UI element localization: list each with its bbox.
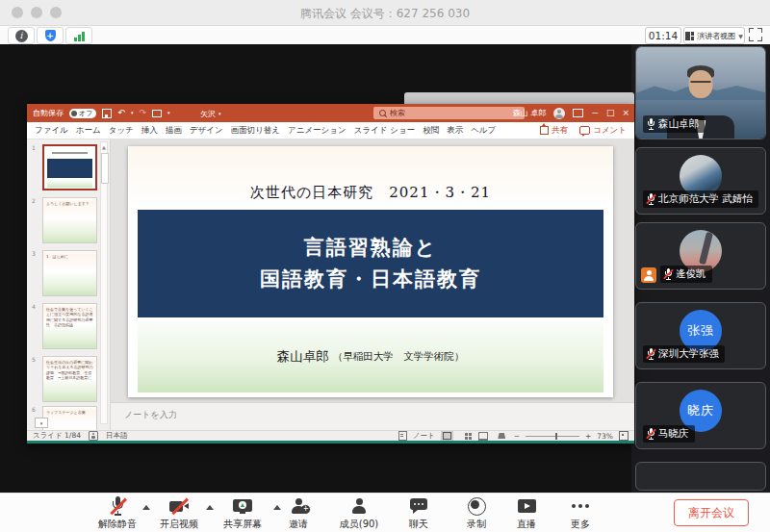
comments-button[interactable]: コメント [579,125,627,137]
leave-meeting-button[interactable]: 离开会议 [674,499,749,526]
tab-view[interactable]: 表示 [447,125,463,137]
slideshow-button[interactable] [496,431,508,441]
more-label: 更多 [550,518,611,531]
more-icon [572,504,576,508]
reading-view-icon [478,432,488,441]
zoom-level[interactable]: 73% [597,432,613,441]
save-icon[interactable] [102,109,112,118]
scroll-up-icon[interactable]: ▲ [102,144,106,150]
slide-sorter-button[interactable] [459,431,472,441]
autosave-label: 自動保存 [33,108,64,118]
video-tile[interactable]: 北京师范大学 武婧怡 [635,147,766,215]
accessibility-icon[interactable] [89,431,98,441]
reading-view-button[interactable] [477,431,490,441]
scrollbar-thumb[interactable] [101,153,109,184]
video-tile-partial[interactable] [635,462,766,491]
present-icon[interactable] [152,110,162,117]
tab-review[interactable]: 校閲 [423,125,439,137]
tab-file[interactable]: ファイル [35,125,68,137]
ppt-search-box[interactable]: 検索 [373,107,525,119]
chat-button[interactable]: 聊天 [388,496,449,531]
share-screen-button[interactable]: 共享屏幕 [212,496,273,531]
video-tile-speaker[interactable]: 森山卓郎 [635,46,766,139]
thumbnail-slide-2[interactable]: よろしくお願いします？ [42,197,97,243]
thumbnail-collapse-button[interactable]: ▾ [35,418,48,428]
user-avatar[interactable] [553,108,565,119]
doc-dropdown-icon[interactable]: ▾ [218,112,221,116]
meeting-timer: 01:14 [645,27,681,44]
zoom-slider-thumb[interactable] [555,433,557,440]
fullscreen-button[interactable] [749,28,762,41]
tencent-meeting-window: 腾讯会议 会议号：627 256 030 i + 01:14 演讲者视图 ▼ [0,0,770,532]
meeting-topbar: i + 01:14 演讲者视图 ▼ [0,26,770,45]
language-indicator[interactable]: 日本語 [106,431,128,441]
ppt-titlebar-right: 森山 卓郎 − □ × [513,104,629,122]
tab-animations[interactable]: アニメーション [288,125,346,137]
thumbnail-scrollbar[interactable]: ▲ [100,141,108,424]
maximize-button[interactable]: □ [606,109,615,117]
chat-label: 聊天 [388,518,449,531]
zoom-slider[interactable] [526,436,579,437]
thumbnail-slide-4[interactable]: 社会で言葉を使っていくことに役立つ実用的な言語運用に関する言語研究の必要性 言語… [42,303,97,349]
video-tile[interactable]: 张强 深圳大学张强 [635,302,766,369]
tab-draw[interactable]: 描画 [166,125,182,137]
undo-dropdown-icon[interactable]: ▾ [131,111,134,115]
fit-to-window-icon[interactable] [619,431,629,441]
meeting-security-button[interactable]: + [37,27,64,44]
thumbnail-slide-5[interactable]: 社会生活の次の必要に関わりそれを支える言語研究の課題 →国語科教育、生涯教育 →… [42,356,97,402]
more-commands-icon[interactable]: ▾ [167,111,170,115]
notes-pane[interactable]: ノートを入力 [111,402,634,430]
tab-slideshow[interactable]: スライド ショー [354,125,415,137]
tab-insert[interactable]: 挿入 [141,125,158,137]
unmute-button[interactable]: 解除静音 [87,496,148,531]
tab-home[interactable]: ホーム [76,125,101,137]
thumbnail-slide-1[interactable] [42,144,97,190]
author-affiliation: （早稲田大学 文学学術院） [333,350,465,364]
start-video-button[interactable]: 开启视频 [148,496,210,531]
thumbnail-slide-3[interactable]: 1 はじめに [42,250,97,296]
notes-toggle-icon[interactable] [398,431,407,441]
invite-icon: + [290,498,307,515]
comment-icon [579,126,590,135]
network-status-button[interactable] [65,27,92,44]
author-name: 森山卓郎 [277,348,329,366]
thumbnail-slide-6[interactable]: ライフステージと言葉 [42,406,97,430]
invite-button[interactable]: + 邀请 [268,496,329,531]
tab-transitions[interactable]: 画面切り替え [231,125,280,137]
zoom-in-button[interactable]: + [585,432,591,441]
tab-help[interactable]: ヘルプ [471,125,496,137]
fullscreen-icon [749,28,754,33]
mic-on-icon [647,118,654,130]
mini-slide-title-box [47,159,92,178]
members-button[interactable]: 成员(90) [328,496,390,531]
livestream-button[interactable]: 直播 [496,496,557,531]
notes-toggle-label[interactable]: ノート [413,431,435,441]
slide-number: 1 [32,144,36,151]
ppt-ribbon-tabs: ファイル ホーム タッチ 挿入 描画 デザイン 画面切り替え アニメーション ス… [27,122,634,139]
normal-view-button[interactable] [441,431,453,441]
ppt-user-name: 森山 卓郎 [513,108,547,118]
close-button[interactable]: × [622,109,629,117]
mic-muted-icon [647,348,654,360]
more-button[interactable]: 更多 [550,496,611,531]
video-tile[interactable]: 逄俊凯 [635,222,766,290]
slideshow-icon [498,433,505,439]
minimize-button[interactable]: − [591,109,599,117]
slide-number: 4 [32,303,36,310]
view-mode-selector[interactable]: 演讲者视图 ▼ [683,27,745,44]
video-tile[interactable]: 晓庆 马晓庆 [635,382,766,449]
ribbon-options-icon[interactable] [573,109,583,117]
undo-icon[interactable]: ↶ [117,109,125,117]
window-bottom-accent [27,441,634,443]
participant-label: 森山卓郎 [643,115,705,133]
participant-label: 马晓庆 [643,425,695,443]
autosave-toggle[interactable]: オフ [69,109,96,118]
tab-design[interactable]: デザイン [190,125,223,137]
tab-touch[interactable]: タッチ [109,125,134,137]
current-slide[interactable]: 次世代の日本研究 2021・3・21 言語習熟論と 国語教育・日本語教育 森山卓… [128,146,613,397]
meeting-info-button[interactable]: i [8,27,35,44]
livestream-icon [518,499,536,513]
share-button[interactable]: 共有 [540,125,568,137]
start-video-label: 开启视频 [148,518,210,531]
zoom-out-button[interactable]: − [514,432,520,441]
